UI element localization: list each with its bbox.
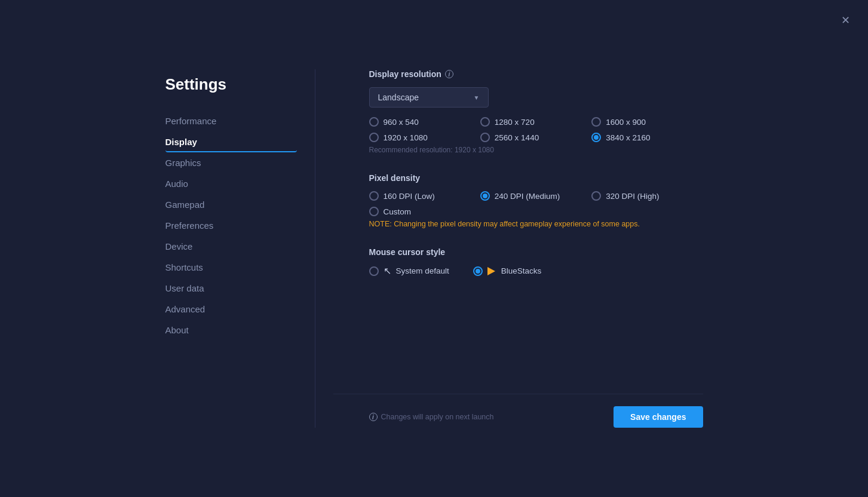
resolution-3840x2160[interactable]: 3840 x 2160: [591, 133, 703, 142]
pixel-density-section: Pixel density 160 DPI (Low) 240 DPI (Med…: [369, 173, 703, 228]
sidebar-item-advanced[interactable]: Advanced: [165, 299, 297, 320]
settings-footer: i Changes will apply on next launch Save…: [333, 394, 703, 428]
system-cursor-icon: ↖: [384, 265, 391, 277]
sidebar-item-shortcuts[interactable]: Shortcuts: [165, 257, 297, 278]
mouse-cursor-section: Mouse cursor style ↖ System default Blue…: [369, 247, 703, 277]
footer-info-icon: i: [369, 413, 378, 421]
sidebar-item-gamepad[interactable]: Gamepad: [165, 194, 297, 215]
orientation-value: Landscape: [378, 93, 419, 102]
orientation-dropdown[interactable]: Landscape ▼: [369, 87, 489, 108]
resolution-options: 960 x 540 1280 x 720 1600 x 900 1920 x 1…: [369, 117, 703, 142]
resolution-2560x1440[interactable]: 2560 x 1440: [480, 133, 591, 142]
bluestacks-cursor-icon: [487, 267, 495, 275]
sidebar-item-graphics[interactable]: Graphics: [165, 152, 297, 173]
dropdown-arrow-icon: ▼: [474, 94, 480, 101]
cursor-bluestacks[interactable]: BlueStacks: [473, 266, 542, 276]
sidebar-item-device[interactable]: Device: [165, 236, 297, 257]
sidebar-item-audio[interactable]: Audio: [165, 173, 297, 194]
display-resolution-info-icon: i: [445, 70, 453, 78]
settings-dialog: Settings Performance Display Graphics Au…: [165, 69, 703, 428]
sidebar-divider: [315, 69, 315, 428]
cursor-system-default[interactable]: ↖ System default: [369, 265, 449, 277]
cursor-options: ↖ System default BlueStacks: [369, 265, 703, 277]
radio-indicator: [591, 191, 601, 201]
radio-indicator: [369, 133, 379, 142]
resolution-1920x1080[interactable]: 1920 x 1080: [369, 133, 480, 142]
radio-indicator: [591, 133, 601, 142]
sidebar-item-userdata[interactable]: User data: [165, 278, 297, 299]
content-area: Display resolution i Landscape ▼ 960 x 5…: [333, 69, 703, 428]
radio-indicator: [591, 117, 601, 127]
pixel-density-title: Pixel density: [369, 173, 703, 183]
radio-indicator: [369, 117, 379, 127]
resolution-1280x720[interactable]: 1280 x 720: [480, 117, 591, 127]
display-resolution-title: Display resolution i: [369, 69, 703, 79]
dpi-160[interactable]: 160 DPI (Low): [369, 191, 480, 201]
sidebar: Settings Performance Display Graphics Au…: [165, 69, 297, 428]
dpi-240[interactable]: 240 DPI (Medium): [480, 191, 591, 201]
pixel-density-note: NOTE: Changing the pixel density may aff…: [369, 220, 703, 228]
mouse-cursor-title: Mouse cursor style: [369, 247, 703, 257]
sidebar-item-performance[interactable]: Performance: [165, 111, 297, 131]
sidebar-item-preferences[interactable]: Preferences: [165, 215, 297, 236]
pixel-density-options: 160 DPI (Low) 240 DPI (Medium) 320 DPI (…: [369, 191, 703, 216]
settings-title: Settings: [165, 75, 297, 94]
radio-indicator: [369, 207, 379, 216]
resolution-1600x900[interactable]: 1600 x 900: [591, 117, 703, 127]
display-resolution-section: Display resolution i Landscape ▼ 960 x 5…: [369, 69, 703, 154]
dpi-custom[interactable]: Custom: [369, 207, 480, 216]
radio-indicator: [480, 191, 490, 201]
dpi-320[interactable]: 320 DPI (High): [591, 191, 703, 201]
radio-indicator: [369, 266, 379, 276]
radio-indicator: [369, 191, 379, 201]
radio-indicator: [480, 117, 490, 127]
save-changes-button[interactable]: Save changes: [614, 406, 703, 428]
resolution-960x540[interactable]: 960 x 540: [369, 117, 480, 127]
recommended-resolution-text: Recommended resolution: 1920 x 1080: [369, 146, 703, 154]
radio-indicator: [473, 266, 483, 276]
radio-indicator: [480, 133, 490, 142]
sidebar-item-display[interactable]: Display: [165, 131, 297, 152]
footer-note: i Changes will apply on next launch: [369, 413, 494, 421]
sidebar-item-about[interactable]: About: [165, 320, 297, 340]
close-button[interactable]: ✕: [837, 12, 854, 29]
